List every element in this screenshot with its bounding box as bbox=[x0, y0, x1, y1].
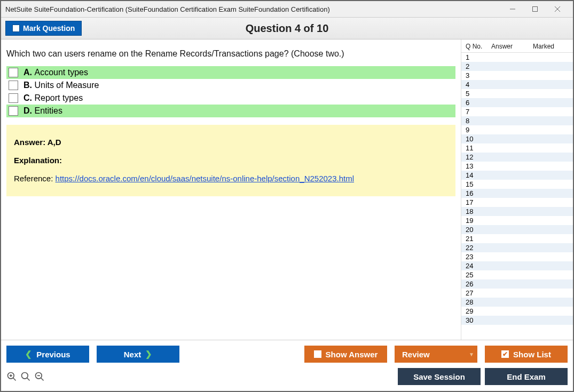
question-list-row[interactable]: 5 bbox=[461, 89, 573, 98]
window-controls bbox=[501, 2, 569, 16]
header-marked: Marked bbox=[533, 43, 571, 50]
zoom-out-icon bbox=[34, 371, 45, 382]
magnifier-icon bbox=[20, 371, 31, 382]
question-list-row[interactable]: 7 bbox=[461, 107, 573, 116]
previous-label: Previous bbox=[36, 350, 70, 359]
end-exam-button[interactable]: End Exam bbox=[485, 368, 568, 385]
show-list-label: Show List bbox=[513, 350, 551, 359]
question-list-row[interactable]: 12 bbox=[461, 153, 573, 162]
question-list-row[interactable]: 15 bbox=[461, 180, 573, 189]
zoom-out-button[interactable] bbox=[34, 371, 45, 382]
answer-line: Answer: A,D bbox=[14, 134, 448, 150]
question-list-row[interactable]: 13 bbox=[461, 162, 573, 171]
question-list-row[interactable]: 20 bbox=[461, 225, 573, 234]
zoom-controls bbox=[6, 371, 45, 382]
choice-checkbox[interactable] bbox=[9, 68, 18, 77]
question-list-row[interactable]: 10 bbox=[461, 134, 573, 143]
header-answer: Answer bbox=[491, 43, 533, 50]
question-list-row[interactable]: 11 bbox=[461, 143, 573, 153]
question-list-row[interactable]: 18 bbox=[461, 207, 573, 216]
question-counter: Question 4 of 10 bbox=[246, 22, 329, 35]
choice-row[interactable]: A. Account types bbox=[6, 66, 455, 79]
chevron-left-icon: ❮ bbox=[25, 349, 32, 359]
choice-checkbox[interactable] bbox=[9, 81, 18, 90]
question-list-row[interactable]: 25 bbox=[461, 270, 573, 279]
show-list-button[interactable]: ✔ Show List bbox=[485, 346, 568, 363]
question-list-row[interactable]: 17 bbox=[461, 198, 573, 207]
choice-list: A. Account typesB. Units of MeasureC. Re… bbox=[6, 66, 455, 117]
svg-line-5 bbox=[13, 378, 16, 381]
previous-button[interactable]: ❮ Previous bbox=[6, 346, 89, 363]
app-window: NetSuite SuiteFoundation-Certification (… bbox=[0, 0, 574, 392]
choice-checkbox[interactable] bbox=[9, 93, 18, 103]
header-qno: Q No. bbox=[466, 43, 491, 50]
maximize-button[interactable] bbox=[524, 2, 546, 16]
explanation-label: Explanation: bbox=[14, 153, 448, 169]
svg-rect-1 bbox=[533, 7, 538, 12]
save-session-label: Save Session bbox=[413, 372, 465, 381]
zoom-in-button[interactable] bbox=[6, 371, 17, 382]
question-text: Which two can users rename on the Rename… bbox=[6, 49, 455, 59]
zoom-reset-button[interactable] bbox=[20, 371, 31, 382]
reference-line: Reference: https://docs.oracle.com/en/cl… bbox=[14, 171, 448, 187]
choice-checkbox[interactable] bbox=[9, 106, 18, 116]
question-list-row[interactable]: 1 bbox=[461, 53, 573, 62]
explanation-box: Answer: A,D Explanation: Reference: http… bbox=[6, 125, 455, 196]
show-answer-button[interactable]: Show Answer bbox=[304, 346, 387, 363]
question-list-row[interactable]: 3 bbox=[461, 71, 573, 80]
question-list-row[interactable]: 27 bbox=[461, 289, 573, 298]
footer: ❮ Previous Next ❯ Show Answer Review ▼ ✔… bbox=[1, 340, 573, 391]
header-bar: Mark Question Question 4 of 10 bbox=[1, 17, 573, 39]
zoom-in-icon bbox=[6, 371, 17, 382]
svg-point-8 bbox=[22, 373, 28, 379]
question-list-row[interactable]: 8 bbox=[461, 116, 573, 125]
question-list-row[interactable]: 29 bbox=[461, 307, 573, 316]
question-list-row[interactable]: 22 bbox=[461, 243, 573, 252]
reference-prefix: Reference: bbox=[14, 174, 56, 183]
question-list-row[interactable]: 9 bbox=[461, 125, 573, 134]
window-title: NetSuite SuiteFoundation-Certification (… bbox=[5, 5, 501, 13]
choice-label: C. Report types bbox=[23, 93, 83, 103]
end-exam-label: End Exam bbox=[507, 372, 546, 381]
question-list-row[interactable]: 24 bbox=[461, 261, 573, 270]
question-panel: Which two can users rename on the Rename… bbox=[1, 39, 461, 340]
svg-line-9 bbox=[27, 378, 30, 381]
review-label: Review bbox=[402, 350, 430, 359]
choice-label: B. Units of Measure bbox=[23, 81, 99, 90]
close-button[interactable] bbox=[546, 2, 569, 16]
dropdown-arrow-icon: ▼ bbox=[469, 351, 477, 357]
choice-row[interactable]: C. Report types bbox=[6, 92, 455, 105]
mark-question-button[interactable]: Mark Question bbox=[5, 21, 82, 36]
question-list-row[interactable]: 23 bbox=[461, 252, 573, 261]
maximize-icon bbox=[532, 6, 538, 12]
question-list-row[interactable]: 28 bbox=[461, 298, 573, 307]
question-list-row[interactable]: 14 bbox=[461, 171, 573, 180]
svg-line-11 bbox=[41, 378, 44, 381]
show-answer-label: Show Answer bbox=[326, 350, 378, 359]
next-button[interactable]: Next ❯ bbox=[97, 346, 179, 363]
question-list-scroll[interactable]: 1234567891011121314151617181920212223242… bbox=[461, 52, 573, 340]
question-list-row[interactable]: 6 bbox=[461, 98, 573, 107]
choice-label: A. Account types bbox=[23, 68, 88, 77]
checked-box-icon: ✔ bbox=[501, 350, 509, 358]
question-list-row[interactable]: 2 bbox=[461, 62, 573, 71]
question-list-header: Q No. Answer Marked bbox=[461, 39, 573, 52]
title-bar: NetSuite SuiteFoundation-Certification (… bbox=[1, 1, 573, 17]
choice-row[interactable]: B. Units of Measure bbox=[6, 79, 455, 92]
choice-row[interactable]: D. Entities bbox=[6, 105, 455, 117]
question-list-row[interactable]: 19 bbox=[461, 216, 573, 225]
footer-row-2: Save Session End Exam bbox=[6, 368, 568, 385]
next-label: Next bbox=[124, 350, 141, 359]
checkbox-icon bbox=[314, 350, 321, 358]
save-session-button[interactable]: Save Session bbox=[398, 368, 481, 385]
choice-label: D. Entities bbox=[23, 106, 62, 116]
question-list-row[interactable]: 26 bbox=[461, 279, 573, 289]
question-list-row[interactable]: 21 bbox=[461, 234, 573, 243]
checkbox-icon bbox=[12, 25, 20, 32]
review-button[interactable]: Review ▼ bbox=[395, 346, 477, 363]
question-list-row[interactable]: 16 bbox=[461, 189, 573, 198]
question-list-row[interactable]: 30 bbox=[461, 316, 573, 325]
reference-link[interactable]: https://docs.oracle.com/en/cloud/saas/ne… bbox=[56, 174, 355, 183]
minimize-button[interactable] bbox=[501, 2, 524, 16]
question-list-row[interactable]: 4 bbox=[461, 80, 573, 89]
